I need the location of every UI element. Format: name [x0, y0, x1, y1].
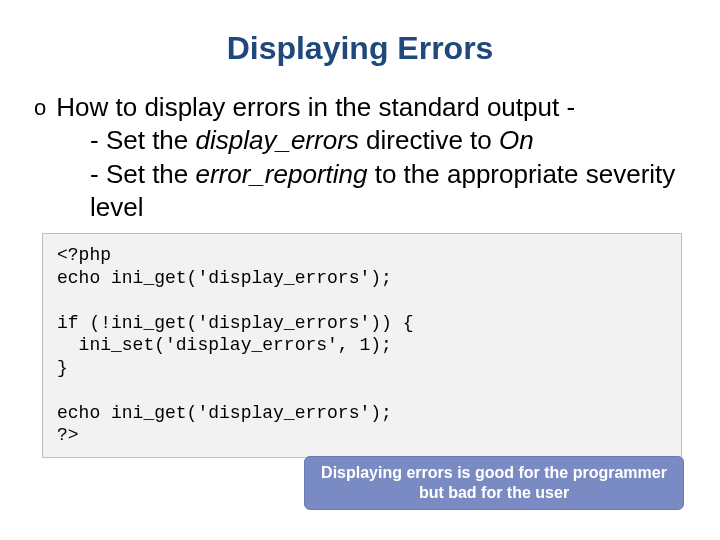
bullet-item: o How to display errors in the standard … — [30, 91, 690, 124]
text: - Set the — [90, 159, 196, 189]
text: - Set the — [90, 125, 196, 155]
sub-list: - Set the display_errors directive to On… — [90, 124, 690, 224]
note-line-2: but bad for the user — [315, 483, 673, 503]
directive-name: display_errors — [196, 125, 359, 155]
note-line-1: Displaying errors is good for the progra… — [321, 464, 667, 481]
sub-item-1: - Set the display_errors directive to On — [90, 124, 690, 157]
text: directive to — [359, 125, 499, 155]
directive-name: error_reporting — [196, 159, 368, 189]
main-content: o How to display errors in the standard … — [30, 91, 690, 223]
note-callout: Displaying errors is good for the progra… — [304, 456, 684, 510]
slide: Displaying Errors o How to display error… — [0, 0, 720, 540]
slide-title: Displaying Errors — [30, 30, 690, 67]
directive-value: On — [499, 125, 534, 155]
bullet-marker-icon: o — [34, 94, 46, 122]
code-block: <?php echo ini_get('display_errors'); if… — [42, 233, 682, 458]
bullet-text: How to display errors in the standard ou… — [56, 91, 690, 124]
sub-item-2: - Set the error_reporting to the appropr… — [90, 158, 690, 223]
